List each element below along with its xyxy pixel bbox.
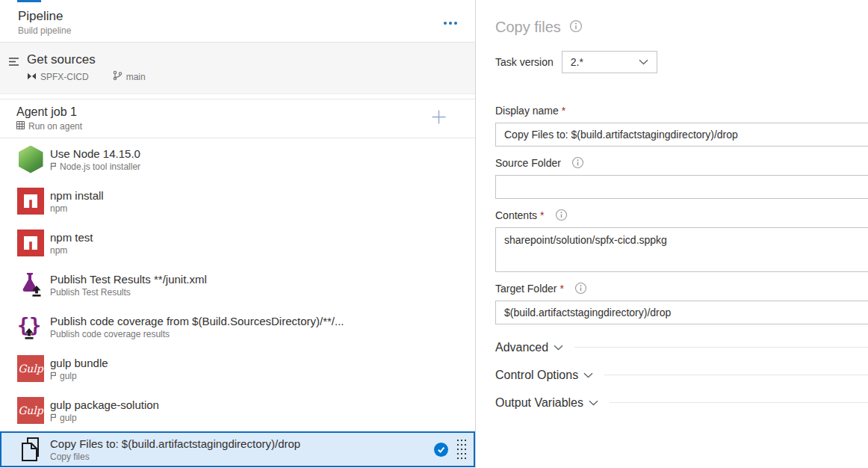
task-subtitle: gulp (60, 413, 77, 423)
source-folder-input[interactable] (495, 175, 868, 199)
tasks-list-icon (7, 56, 20, 93)
agent-grid-icon (16, 121, 25, 132)
get-sources-title: Get sources (27, 52, 146, 67)
task-subtitle: npm (50, 203, 67, 214)
section-output-variables[interactable]: Output Variables (495, 395, 868, 410)
task-row-publish-code-coverage[interactable]: {} Publish code coverage from $(Build.So… (0, 306, 475, 348)
task-row-use-node[interactable]: Use Node 14.15.0 Node.js tool installer (0, 138, 475, 180)
chevron-down-icon (583, 372, 593, 378)
agent-job-row[interactable]: Agent job 1 Run on agent (0, 99, 475, 138)
task-subtitle: Publish Test Results (50, 287, 131, 298)
task-subtitle: npm (50, 245, 67, 256)
task-subtitle: Publish code coverage results (50, 329, 170, 339)
task-title: gulp package-solution (50, 398, 159, 411)
required-asterisk: * (562, 105, 565, 117)
target-folder-label: Target Folder (495, 283, 557, 295)
task-title: npm test (50, 231, 93, 244)
task-title: npm install (50, 189, 104, 202)
task-settings-panel: Copy files Task version 2.* Display name… (477, 0, 868, 468)
more-options-button[interactable] (442, 20, 459, 26)
flag-icon (50, 413, 57, 422)
task-title: Use Node 14.15.0 (50, 147, 140, 160)
pipeline-subtitle: Build pipeline (18, 25, 475, 36)
chevron-down-icon (554, 345, 563, 351)
section-divider (610, 402, 868, 403)
task-row-npm-test[interactable]: npm test npm (0, 222, 475, 264)
flag-icon (50, 372, 57, 380)
task-subtitle: gulp (60, 371, 77, 381)
section-divider (604, 375, 868, 375)
drag-handle[interactable] (456, 439, 466, 460)
task-version-value: 2.* (571, 56, 583, 68)
task-row-copy-files[interactable]: Copy Files to: $(build.artifactstagingdi… (0, 431, 475, 467)
publish-test-results-icon (16, 270, 45, 300)
required-asterisk: * (540, 209, 544, 221)
branch-name: main (126, 72, 146, 82)
task-row-gulp-bundle[interactable]: Gulp gulp bundle gulp (0, 348, 475, 390)
required-asterisk: * (559, 283, 563, 295)
task-title: Publish code coverage from $(Build.Sourc… (50, 315, 344, 327)
contents-textarea[interactable]: sharepoint/solution/spfx-cicd.sppkg (495, 227, 868, 272)
info-icon[interactable] (555, 209, 568, 221)
get-sources-row[interactable]: Get sources SPFX-CICD main (0, 43, 475, 94)
section-label: Advanced (495, 341, 548, 354)
chevron-down-icon (589, 400, 598, 406)
section-divider (574, 347, 868, 348)
pipeline-header: Pipeline Build pipeline (0, 0, 475, 43)
nodejs-icon (19, 146, 43, 173)
add-task-button[interactable] (430, 108, 448, 129)
task-subtitle: Copy files (50, 452, 90, 462)
pipeline-title: Pipeline (18, 9, 475, 24)
display-name-label: Display name (495, 105, 559, 117)
section-label: Control Options (495, 369, 578, 382)
info-icon[interactable] (569, 19, 583, 36)
task-row-npm-install[interactable]: npm install npm (0, 180, 475, 222)
agent-job-subtitle: Run on agent (28, 121, 82, 132)
target-folder-input[interactable] (495, 301, 868, 324)
repo-name: SPFX-CICD (40, 72, 89, 82)
task-title: Publish Test Results **/junit.xml (50, 273, 207, 286)
selected-check-icon[interactable] (434, 443, 448, 457)
task-row-publish-test-results[interactable]: Publish Test Results **/junit.xml Publis… (0, 264, 475, 306)
contents-label: Contents (495, 209, 537, 221)
info-icon[interactable] (571, 156, 584, 169)
task-version-label: Task version (495, 56, 554, 68)
panel-title: Copy files (495, 19, 561, 36)
code-coverage-icon: {} (16, 312, 45, 342)
source-folder-label: Source Folder (495, 157, 561, 169)
plus-icon (431, 109, 447, 125)
section-label: Output Variables (495, 396, 583, 410)
copy-files-icon (16, 434, 45, 464)
branch-icon (113, 70, 123, 83)
flag-icon (50, 162, 57, 170)
task-list: Use Node 14.15.0 Node.js tool installer … (0, 138, 475, 467)
npm-icon (17, 188, 44, 215)
task-subtitle: Node.js tool installer (60, 161, 140, 172)
azure-repos-icon (27, 72, 37, 82)
gulp-icon: Gulp (17, 397, 44, 424)
ellipsis-icon (444, 22, 447, 25)
display-name-input[interactable] (495, 123, 868, 147)
gulp-icon: Gulp (17, 355, 44, 382)
chevron-down-icon (639, 59, 648, 65)
task-title: Copy Files to: $(build.artifactstagingdi… (50, 437, 300, 450)
npm-icon (17, 230, 44, 256)
info-icon[interactable] (574, 282, 587, 295)
task-row-gulp-package-solution[interactable]: Gulp gulp package-solution gulp (0, 390, 475, 431)
task-title: gulp bundle (50, 357, 108, 369)
section-advanced[interactable]: Advanced (495, 339, 868, 355)
task-version-select[interactable]: 2.* (562, 51, 657, 73)
agent-job-title: Agent job 1 (16, 105, 475, 119)
section-control-options[interactable]: Control Options (495, 367, 868, 383)
pipeline-panel: Pipeline Build pipeline Get sources SPFX… (0, 0, 476, 468)
